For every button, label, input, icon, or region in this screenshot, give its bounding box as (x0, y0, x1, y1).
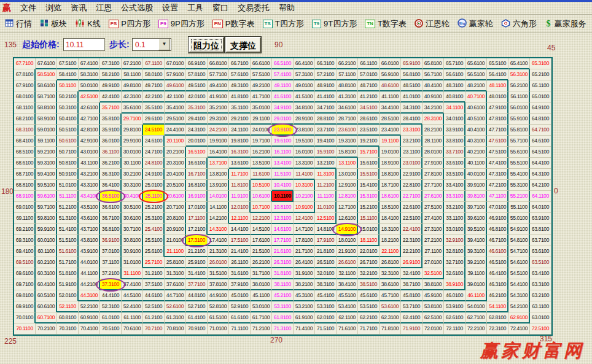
grid-cell[interactable]: 60.7100 (36, 312, 57, 323)
grid-cell[interactable]: 50.4100 (57, 114, 79, 125)
grid-cell[interactable]: 32.0100 (315, 268, 337, 279)
grid-cell[interactable]: 39.7100 (465, 202, 487, 213)
grid-cell[interactable]: 41.4100 (315, 91, 337, 103)
toolbar-item[interactable]: T99T四方形 (312, 18, 357, 29)
grid-cell[interactable]: 13.1100 (337, 158, 358, 169)
grid-cell[interactable]: 29.6100 (143, 114, 165, 125)
grid-cell[interactable]: 13.5100 (251, 158, 272, 169)
grid-cell[interactable]: 31.2100 (143, 268, 165, 279)
menu-item[interactable]: 工具 (187, 2, 203, 14)
grid-cell[interactable]: 66.7100 (229, 58, 251, 69)
grid-cell[interactable]: 44.9100 (208, 290, 229, 301)
grid-cell[interactable]: 64.9100 (530, 103, 551, 114)
grid-cell[interactable]: 41.2100 (358, 91, 380, 103)
grid-cell[interactable]: 54.5100 (508, 268, 530, 279)
grid-cell[interactable]: 46.7100 (487, 235, 508, 246)
grid-cell[interactable]: 45.3100 (294, 290, 315, 301)
grid-cell[interactable]: 16.7100 (186, 169, 208, 180)
chevron-down-icon[interactable]: ▼ (158, 39, 170, 50)
grid-cell[interactable]: 45.1100 (251, 290, 272, 301)
grid-cell[interactable]: 35.2100 (208, 103, 229, 114)
grid-cell[interactable]: 58.5100 (36, 69, 57, 80)
grid-cell[interactable]: 54.9100 (508, 224, 530, 235)
grid-cell[interactable]: 58.6100 (36, 80, 57, 91)
grid-cell[interactable]: 32.3100 (380, 268, 401, 279)
grid-cell[interactable]: 23.1100 (401, 147, 423, 158)
grid-cell[interactable]: 43.5100 (79, 202, 100, 213)
grid-cell[interactable]: 19.2100 (358, 136, 380, 147)
grid-cell[interactable]: 40.4100 (465, 125, 487, 136)
grid-cell[interactable]: 45.2100 (272, 290, 294, 301)
menu-item[interactable]: 江恩 (96, 2, 112, 14)
grid-cell[interactable]: 19.5100 (294, 136, 315, 147)
grid-cell[interactable]: 50.8100 (57, 158, 79, 169)
grid-cell[interactable]: 39.8100 (465, 191, 487, 202)
grid-cell[interactable]: 48.9100 (315, 80, 337, 91)
grid-cell[interactable]: 12.4100 (294, 213, 315, 224)
grid-cell[interactable]: 61.5100 (208, 312, 229, 323)
menu-item[interactable]: 资讯 (71, 2, 87, 14)
grid-cell[interactable]: 12.3100 (272, 213, 294, 224)
grid-cell[interactable]: 10.3100 (294, 180, 315, 191)
grid-cell[interactable]: 23.3100 (401, 125, 423, 136)
grid-cell[interactable]: 51.2100 (57, 202, 79, 213)
grid-cell[interactable]: 71.2100 (251, 323, 272, 335)
grid-cell[interactable]: 47.8100 (487, 114, 508, 125)
grid-cell[interactable]: 54.3100 (508, 290, 530, 301)
grid-cell[interactable]: 55.7100 (508, 136, 530, 147)
grid-cell[interactable]: 35.9100 (100, 125, 122, 136)
grid-cell[interactable]: 49.4100 (208, 80, 229, 91)
grid-cell[interactable]: 65.5100 (487, 58, 508, 69)
grid-cell[interactable]: 18.0100 (337, 235, 358, 246)
grid-cell[interactable]: 33.5100 (444, 169, 465, 180)
grid-cell[interactable]: 24.3100 (186, 125, 208, 136)
grid-cell[interactable]: 60.3100 (36, 268, 57, 279)
grid-cell[interactable]: 39.2100 (465, 257, 487, 268)
grid-cell[interactable]: 47.3100 (487, 169, 508, 180)
grid-cell[interactable]: 50.3100 (57, 103, 79, 114)
grid-cell[interactable]: 46.9100 (487, 213, 508, 224)
grid-cell[interactable]: 31.5100 (208, 268, 229, 279)
grid-cell[interactable]: 39.9100 (465, 180, 487, 191)
grid-cell[interactable]: 60.8100 (57, 312, 79, 323)
grid-cell[interactable]: 52.7100 (186, 301, 208, 312)
grid-cell[interactable]: 20.4100 (165, 169, 186, 180)
grid-cell[interactable]: 55.2100 (508, 191, 530, 202)
grid-cell[interactable]: 51.7100 (57, 257, 79, 268)
grid-cell[interactable]: 66.1100 (358, 58, 380, 69)
grid-cell[interactable]: 67.5100 (57, 58, 79, 69)
grid-cell[interactable]: 68.7100 (14, 169, 36, 180)
grid-cell[interactable]: 37.5100 (143, 279, 165, 290)
grid-cell[interactable]: 29.2100 (229, 114, 251, 125)
grid-cell[interactable]: 15.1100 (358, 213, 380, 224)
grid-cell[interactable]: 44.6100 (143, 290, 165, 301)
grid-cell[interactable]: 44.2100 (79, 279, 100, 290)
grid-cell[interactable]: 63.7100 (530, 235, 551, 246)
grid-cell[interactable]: 20.1100 (165, 136, 186, 147)
grid-cell[interactable]: 57.1100 (337, 69, 358, 80)
grid-cell[interactable]: 47.5100 (487, 147, 508, 158)
grid-cell[interactable]: 26.4100 (294, 257, 315, 268)
grid-cell[interactable]: 59.5100 (36, 180, 57, 191)
grid-cell[interactable]: 48.2100 (465, 80, 487, 91)
grid-cell[interactable]: 53.6100 (380, 301, 401, 312)
grid-cell[interactable]: 24.5100 (143, 125, 165, 136)
grid-cell[interactable]: 19.7100 (251, 136, 272, 147)
grid-cell[interactable]: 38.1100 (272, 279, 294, 290)
grid-cell[interactable]: 48.0100 (487, 91, 508, 103)
grid-cell[interactable]: 63.9100 (530, 213, 551, 224)
grid-cell[interactable]: 24.6100 (143, 136, 165, 147)
toolbar-item[interactable]: PNP数字表 (212, 18, 255, 29)
grid-cell[interactable]: 69.8100 (14, 290, 36, 301)
grid-cell[interactable]: 57.0100 (358, 69, 380, 80)
grid-cell[interactable]: 61.1100 (122, 312, 143, 323)
grid-cell[interactable]: 28.6100 (358, 114, 380, 125)
support-button[interactable]: 支撑位 (225, 37, 261, 53)
grid-cell[interactable]: 61.4100 (186, 312, 208, 323)
grid-cell[interactable]: 15.8100 (337, 147, 358, 158)
grid-cell[interactable]: 15.5100 (358, 169, 380, 180)
grid-cell[interactable]: 41.1100 (380, 91, 401, 103)
grid-cell[interactable]: 44.7100 (165, 290, 186, 301)
grid-cell[interactable]: 27.9100 (423, 158, 444, 169)
grid-cell[interactable]: 39.6100 (465, 213, 487, 224)
